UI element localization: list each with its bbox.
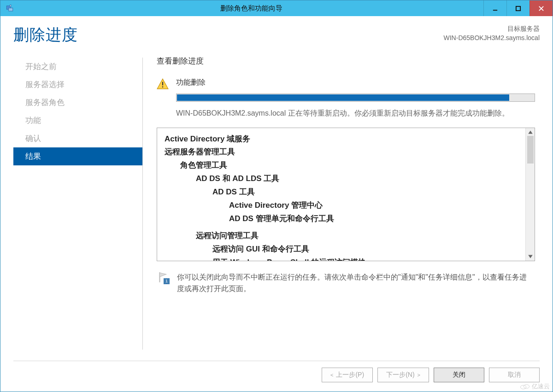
target-server: WIN-D65BOKJH3M2.sayms.local xyxy=(444,34,540,43)
notification-flag-icon: 1 xyxy=(157,271,169,283)
result-item: AD DS 管理单元和命令行工具 xyxy=(165,212,518,226)
note-text: 你可以关闭此向导而不中断正在运行的任务。请依次单击命令栏中的"通知"和"任务详细… xyxy=(177,271,533,295)
footer: < 上一步(P) 下一步(N) > 关闭 取消 xyxy=(13,361,540,382)
previous-label: 上一步(P) xyxy=(336,371,364,379)
svg-rect-4 xyxy=(516,6,520,10)
app-icon xyxy=(0,0,19,16)
notification-badge: 1 xyxy=(164,278,170,284)
result-item: 远程访问管理工具 xyxy=(165,229,518,243)
page-title: 删除进度 xyxy=(13,24,78,46)
svg-marker-13 xyxy=(160,273,166,277)
warning-icon xyxy=(157,78,169,90)
nav-item-server-selection: 服务器选择 xyxy=(13,76,142,94)
next-button: 下一步(N) > xyxy=(377,368,429,382)
svg-point-15 xyxy=(524,385,529,388)
nav-item-before-you-begin: 开始之前 xyxy=(13,58,142,76)
watermark-text: 亿速云 xyxy=(532,382,550,391)
status-title: 功能删除 xyxy=(176,78,206,88)
close-button[interactable]: 关闭 xyxy=(434,368,484,382)
result-separator xyxy=(165,226,518,229)
result-item: 用于 Windows PowerShell 的远程访问模块 xyxy=(165,256,518,261)
results-box: Active Directory 域服务 远程服务器管理工具 角色管理工具 AD… xyxy=(157,128,535,261)
nav-item-features: 功能 xyxy=(13,111,142,129)
maximize-button[interactable] xyxy=(506,0,529,16)
scroll-up-icon[interactable] xyxy=(528,129,533,135)
result-item: Active Directory 域服务 xyxy=(165,133,518,146)
nav-item-server-roles: 服务器角色 xyxy=(13,94,142,111)
watermark: 亿速云 xyxy=(520,382,550,391)
result-item: 远程服务器管理工具 xyxy=(165,146,518,159)
svg-marker-11 xyxy=(528,255,533,258)
result-item: Active Directory 管理中心 xyxy=(165,199,518,212)
progress-fill xyxy=(177,94,509,101)
close-label: 关闭 xyxy=(453,371,465,379)
svg-rect-2 xyxy=(10,5,11,7)
wizard-window: 删除角色和功能向导 删除进度 目标服务器 WIN-D65BOKJH3M2.say… xyxy=(0,0,553,392)
result-item: AD DS 和 AD LDS 工具 xyxy=(165,172,518,186)
scrollbar[interactable] xyxy=(525,128,535,261)
next-label: 下一步(N) xyxy=(386,371,414,379)
window-title: 删除角色和功能向导 xyxy=(19,0,483,16)
nav-item-confirmation: 确认 xyxy=(13,129,142,147)
result-item: 远程访问 GUI 和命令行工具 xyxy=(165,243,518,256)
middle: 开始之前 服务器选择 服务器角色 功能 确认 结果 查看删除进度 功能删除 xyxy=(13,51,540,354)
note-row: 1 你可以关闭此向导而不中断正在运行的任务。请依次单击命令栏中的"通知"和"任务… xyxy=(157,271,533,295)
progress-bar xyxy=(176,94,535,102)
svg-rect-8 xyxy=(162,82,163,86)
status-row: 功能删除 xyxy=(157,78,540,90)
result-item: AD DS 工具 xyxy=(165,186,518,199)
cancel-button: 取消 xyxy=(489,368,540,382)
scroll-down-icon[interactable] xyxy=(528,254,533,259)
svg-point-14 xyxy=(520,385,526,389)
results-list[interactable]: Active Directory 域服务 远程服务器管理工具 角色管理工具 AD… xyxy=(157,128,525,261)
wizard-nav: 开始之前 服务器选择 服务器角色 功能 确认 结果 xyxy=(13,51,142,354)
cancel-label: 取消 xyxy=(508,371,521,379)
header-row: 删除进度 目标服务器 WIN-D65BOKJH3M2.sayms.local xyxy=(13,24,540,46)
chevron-right-icon: > xyxy=(418,372,420,378)
status-message: WIN-D65BOKJH3M2.sayms.local 正在等待重新启动。你必须… xyxy=(176,107,533,119)
nav-item-results[interactable]: 结果 xyxy=(13,147,142,165)
svg-marker-10 xyxy=(528,130,533,134)
svg-rect-9 xyxy=(162,86,163,87)
close-window-button[interactable] xyxy=(529,0,553,16)
target-server-info: 目标服务器 WIN-D65BOKJH3M2.sayms.local xyxy=(444,24,540,42)
minimize-button[interactable] xyxy=(483,0,506,16)
titlebar: 删除角色和功能向导 xyxy=(0,0,553,16)
main-content: 查看删除进度 功能删除 WIN-D65BOKJH3M2.sayms.local … xyxy=(143,51,540,354)
body: 删除进度 目标服务器 WIN-D65BOKJH3M2.sayms.local 开… xyxy=(0,16,553,392)
svg-rect-1 xyxy=(9,8,13,11)
result-item: 角色管理工具 xyxy=(165,159,518,172)
subheading: 查看删除进度 xyxy=(157,56,540,66)
target-label: 目标服务器 xyxy=(444,24,540,34)
chevron-left-icon: < xyxy=(330,372,333,378)
previous-button: < 上一步(P) xyxy=(322,368,373,382)
window-controls xyxy=(483,0,553,16)
scroll-thumb[interactable] xyxy=(527,136,534,164)
